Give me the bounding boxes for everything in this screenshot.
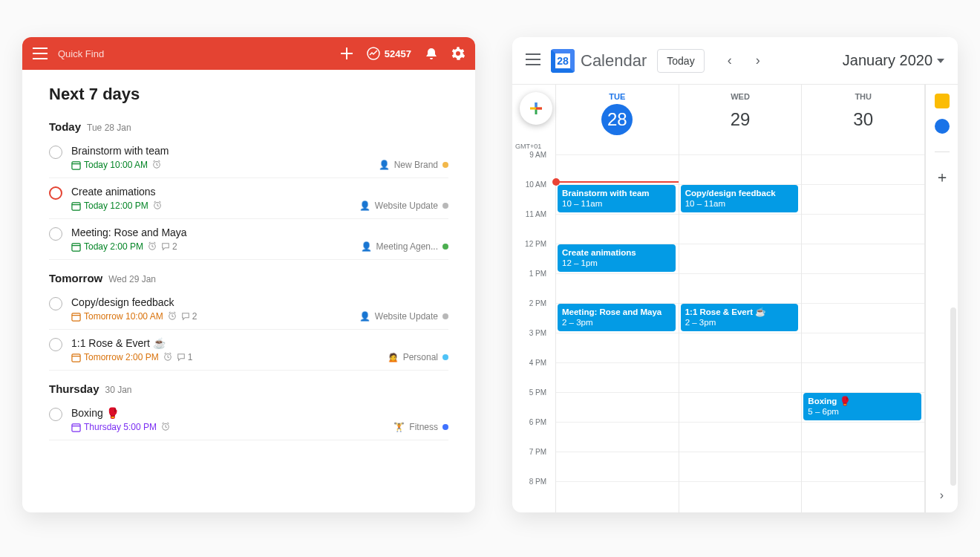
complete-checkbox[interactable] [49, 227, 62, 241]
task-date: Today 10:00 AM [71, 160, 148, 170]
settings-icon[interactable] [451, 47, 465, 60]
task-date: Thursday 5:00 PM [71, 422, 157, 432]
svg-rect-7 [72, 313, 80, 320]
day-header[interactable]: THU30 [802, 85, 924, 141]
google-calendar-app: 28 Calendar Today ‹ › January 2020 GMT+0… [512, 37, 958, 512]
alarm-icon [161, 422, 170, 432]
task-row[interactable]: Create animations Today 12:00 PM 👤 Websi… [49, 178, 448, 219]
add-addon-icon[interactable]: ＋ [935, 167, 950, 187]
task-project[interactable]: 👤 Website Update [359, 311, 448, 322]
complete-checkbox[interactable] [49, 146, 62, 159]
svg-rect-5 [72, 243, 80, 250]
header-actions: 52457 [340, 47, 465, 60]
calendar-logo: 28 Calendar [551, 49, 647, 73]
project-color-dot [442, 203, 448, 209]
hour-label: 2 PM [512, 299, 551, 307]
task-row[interactable]: Brainstorm with team Today 10:00 AM 👤 Ne… [49, 137, 448, 178]
complete-checkbox[interactable] [49, 338, 62, 351]
svg-rect-9 [72, 354, 80, 361]
task-row[interactable]: Meeting: Rose and Maya Today 2:00 PM 2 👤… [49, 219, 448, 260]
project-color-dot [442, 354, 448, 360]
hour-label: 12 PM [512, 240, 551, 248]
complete-checkbox[interactable] [49, 408, 62, 421]
project-color-dot [442, 313, 448, 319]
task-date: Today 12:00 PM [71, 201, 148, 211]
todoist-body: Next 7 days TodayTue 28 Jan Brainstorm w… [22, 70, 475, 512]
day-column[interactable]: WED29Copy/design feedback10 – 11am1:1 Ro… [679, 85, 802, 512]
tasks-icon[interactable] [935, 119, 950, 134]
comments-count[interactable]: 2 [181, 311, 197, 322]
notifications-icon[interactable] [425, 47, 438, 60]
todoist-app: Quick Find 52457 Next 7 days TodayTue 28… [22, 37, 475, 512]
svg-rect-3 [72, 202, 80, 209]
expand-panel-icon[interactable]: › [940, 489, 944, 502]
timezone-label: GMT+01 [515, 143, 541, 150]
next-button[interactable]: › [746, 49, 770, 73]
task-date: Tomorrow 10:00 AM [71, 311, 163, 322]
task-project[interactable]: 👤 New Brand [379, 160, 448, 170]
keep-icon[interactable] [935, 94, 950, 108]
day-label: Thursday [49, 382, 99, 395]
day-header[interactable]: WED29 [679, 85, 802, 141]
project-color-dot [442, 424, 448, 430]
project-color-dot [442, 162, 448, 168]
calendar-event[interactable]: 1:1 Rose & Evert ☕2 – 3pm [681, 304, 799, 331]
nav-arrows: ‹ › [718, 49, 770, 73]
task-row[interactable]: Boxing 🥊 Thursday 5:00 PM 🏋️ Fitness [49, 400, 448, 440]
calendar-event[interactable]: Create animations12 – 1pm [558, 244, 676, 272]
day-heading: TomorrowWed 29 Jan [49, 272, 448, 284]
task-title: 1:1 Rose & Evert ☕ [71, 337, 382, 349]
task-row[interactable]: 1:1 Rose & Evert ☕ Tomorrow 2:00 PM 1 🙍 … [49, 330, 448, 371]
complete-checkbox[interactable] [49, 186, 62, 200]
hour-label: 1 PM [512, 270, 551, 278]
scrollbar[interactable] [950, 307, 956, 486]
today-button[interactable]: Today [657, 49, 704, 73]
svg-rect-11 [72, 423, 80, 431]
task-project[interactable]: 🙍 Personal [388, 352, 448, 362]
day-column[interactable]: THU30Boxing 🥊5 – 6pm [801, 85, 924, 512]
task-project[interactable]: 🏋️ Fitness [393, 422, 448, 432]
day-label: Tomorrow [49, 272, 102, 284]
calendar-event[interactable]: Boxing 🥊5 – 6pm [803, 393, 921, 420]
svg-rect-1 [72, 161, 80, 169]
comments-count[interactable]: 2 [161, 241, 177, 252]
task-date: Today 2:00 PM [71, 241, 143, 252]
karma-score: 52457 [385, 48, 411, 59]
task-project[interactable]: 👤 Website Update [359, 201, 448, 211]
day-date: Tue 28 Jan [87, 123, 131, 133]
gcal-header: 28 Calendar Today ‹ › January 2020 [512, 37, 958, 85]
complete-checkbox[interactable] [49, 297, 62, 310]
month-picker[interactable]: January 2020 [843, 52, 944, 69]
alarm-icon [148, 241, 157, 252]
calendar-event[interactable]: Copy/design feedback10 – 11am [681, 185, 799, 212]
calendar-event[interactable]: Brainstorm with team10 – 11am [558, 185, 676, 212]
search-input[interactable]: Quick Find [58, 48, 340, 59]
add-task-icon[interactable] [340, 47, 353, 60]
alarm-icon [168, 311, 177, 322]
task-title: Brainstorm with team [71, 145, 373, 157]
menu-icon[interactable] [33, 48, 48, 59]
calendar-grid[interactable]: TUE28Brainstorm with team10 – 11amCreate… [555, 85, 925, 512]
task-title: Copy/design feedback [71, 296, 353, 308]
chevron-down-icon [937, 59, 944, 63]
task-row[interactable]: Copy/design feedback Tomorrow 10:00 AM 2… [49, 289, 448, 330]
create-event-button[interactable] [520, 92, 552, 125]
prev-button[interactable]: ‹ [718, 49, 742, 73]
task-project[interactable]: 👤 Meeting Agen... [361, 241, 448, 252]
hour-label: 5 PM [512, 388, 551, 397]
day-header[interactable]: TUE28 [556, 85, 679, 141]
menu-icon[interactable] [526, 53, 540, 68]
comments-count[interactable]: 1 [177, 352, 193, 362]
calendar-logo-text: Calendar [581, 51, 647, 71]
hour-label: 8 PM [512, 478, 551, 486]
alarm-icon [153, 201, 162, 211]
day-column[interactable]: TUE28Brainstorm with team10 – 11amCreate… [555, 85, 679, 512]
day-heading: TodayTue 28 Jan [49, 120, 448, 133]
day-date: 30 Jan [105, 385, 132, 395]
task-title: Boxing 🥊 [71, 407, 388, 419]
view-title: Next 7 days [49, 85, 448, 104]
calendar-logo-icon: 28 [551, 49, 575, 73]
task-title: Create animations [71, 186, 353, 198]
calendar-event[interactable]: Meeting: Rose and Maya2 – 3pm [558, 304, 676, 331]
karma-button[interactable]: 52457 [367, 47, 411, 60]
